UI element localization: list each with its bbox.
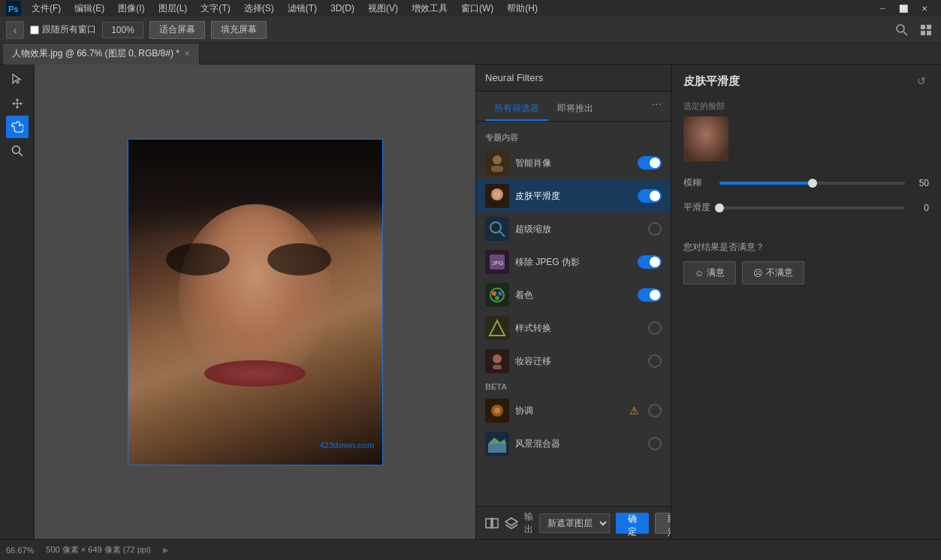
canvas-area[interactable]: 423down.com bbox=[35, 65, 475, 539]
right-panel-title: 皮肤平滑度 bbox=[683, 74, 914, 89]
menu-help[interactable]: 帮助(H) bbox=[501, 1, 544, 17]
neural-filters-title: Neural Filters bbox=[485, 72, 543, 83]
filter-colorize[interactable]: 着色 bbox=[476, 278, 671, 312]
face-preview-section: 选定的脸部 bbox=[671, 95, 941, 170]
zoom-tool[interactable] bbox=[6, 140, 29, 162]
filter-landscape-mixer[interactable]: 风景混合器 bbox=[476, 427, 671, 460]
right-panel-header: 皮肤平滑度 ↺ bbox=[671, 65, 941, 95]
colorize-label: 着色 bbox=[515, 289, 632, 302]
tab-all-filters[interactable]: 所有筛选器 bbox=[485, 98, 548, 121]
svg-line-3 bbox=[903, 32, 907, 35]
svg-rect-5 bbox=[927, 25, 931, 29]
smoothness-slider-track[interactable] bbox=[719, 206, 905, 209]
makeup-transfer-icon bbox=[485, 349, 509, 373]
menu-edit[interactable]: 编辑(E) bbox=[68, 1, 110, 17]
super-zoom-toggle[interactable] bbox=[648, 222, 662, 236]
colorize-toggle[interactable] bbox=[638, 288, 662, 302]
menu-view[interactable]: 视图(V) bbox=[362, 1, 404, 17]
svg-text:JPG: JPG bbox=[492, 260, 504, 266]
svg-point-19 bbox=[492, 291, 496, 296]
filter-jpeg-removal[interactable]: JPG 移除 JPEG 伪影 bbox=[476, 245, 671, 278]
svg-point-14 bbox=[490, 222, 501, 233]
move-tool[interactable] bbox=[6, 92, 29, 114]
layers-icon[interactable] bbox=[505, 514, 518, 532]
more-options-button[interactable]: ··· bbox=[652, 98, 662, 121]
tab-coming-soon[interactable]: 即将推出 bbox=[548, 98, 602, 121]
smoothness-slider-thumb[interactable] bbox=[715, 203, 724, 212]
menu-layer[interactable]: 图层(L) bbox=[152, 1, 194, 17]
document-tab[interactable]: 人物效果.jpg @ 66.7% (图层 0, RGB/8#) * ✕ bbox=[3, 44, 200, 65]
smart-portrait-icon bbox=[485, 151, 509, 175]
menu-3d[interactable]: 3D(D) bbox=[324, 2, 360, 15]
reset-button[interactable]: ↺ bbox=[914, 74, 929, 89]
satisfied-button[interactable]: ☺ 满意 bbox=[683, 261, 736, 285]
tab-close-button[interactable]: ✕ bbox=[184, 50, 190, 58]
style-transfer-icon bbox=[485, 316, 509, 340]
zoom-input[interactable]: 100% bbox=[102, 22, 143, 38]
fill-screen-button[interactable]: 填充屏幕 bbox=[211, 21, 267, 39]
filter-harmonize[interactable]: 协调 ⚠ bbox=[476, 394, 671, 427]
jpeg-removal-toggle[interactable] bbox=[638, 255, 662, 269]
scroll-all-checkbox[interactable]: 跟随所有窗口 bbox=[30, 23, 96, 36]
sliders-section: 模糊 50 平滑度 0 bbox=[671, 170, 941, 232]
unsatisfied-button[interactable]: ☹ 不满意 bbox=[742, 261, 804, 285]
filter-super-zoom[interactable]: 超级缩放 bbox=[476, 212, 671, 245]
tab-name: 人物效果.jpg @ 66.7% (图层 0, RGB/8#) * bbox=[12, 47, 179, 60]
skin-smoothing-icon bbox=[485, 184, 509, 208]
hand-tool[interactable] bbox=[6, 116, 29, 138]
blur-slider-track[interactable] bbox=[719, 182, 905, 185]
minimize-button[interactable]: ─ bbox=[872, 0, 893, 17]
beta-section-label: BETA bbox=[476, 378, 671, 394]
svg-point-8 bbox=[12, 146, 20, 154]
selection-tool[interactable] bbox=[6, 68, 29, 90]
menu-text[interactable]: 文字(T) bbox=[195, 1, 236, 17]
menu-image[interactable]: 图像(I) bbox=[112, 1, 150, 17]
harmonize-icon bbox=[485, 399, 509, 423]
filter-smart-portrait[interactable]: 智能肖像 bbox=[476, 146, 671, 179]
layout-button[interactable] bbox=[917, 21, 935, 39]
landscape-mixer-label: 风景混合器 bbox=[515, 438, 642, 450]
svg-rect-28 bbox=[493, 519, 498, 528]
svg-rect-11 bbox=[491, 166, 503, 172]
filter-style-transfer[interactable]: 样式转换 bbox=[476, 312, 671, 345]
menu-plugins[interactable]: 增效工具 bbox=[406, 1, 454, 17]
fit-screen-button[interactable]: 适合屏幕 bbox=[149, 21, 205, 39]
filter-skin-smoothing[interactable]: 皮肤平滑度 bbox=[476, 179, 671, 212]
menubar: Ps 文件(F) 编辑(E) 图像(I) 图层(L) 文字(T) 选择(S) 滤… bbox=[0, 0, 941, 17]
skin-smoothing-toggle[interactable] bbox=[638, 189, 662, 203]
confirm-button[interactable]: 确定 bbox=[616, 513, 649, 534]
menu-select[interactable]: 选择(S) bbox=[238, 1, 280, 17]
status-arrow-icon: ▶ bbox=[163, 546, 169, 554]
jpeg-removal-icon: JPG bbox=[485, 250, 509, 274]
smart-portrait-toggle[interactable] bbox=[638, 156, 662, 170]
makeup-transfer-label: 妆容迁移 bbox=[515, 355, 642, 368]
svg-rect-27 bbox=[486, 519, 491, 528]
close-button[interactable]: ✕ bbox=[914, 0, 935, 17]
smart-portrait-label: 智能肖像 bbox=[515, 157, 632, 170]
filter-makeup-transfer[interactable]: 妆容迁移 bbox=[476, 345, 671, 378]
style-transfer-toggle[interactable] bbox=[648, 321, 662, 335]
menu-window[interactable]: 窗口(W) bbox=[455, 1, 499, 17]
svg-line-15 bbox=[499, 231, 505, 236]
back-button[interactable]: ‹ bbox=[6, 21, 24, 39]
menu-filter[interactable]: 滤镜(T) bbox=[282, 1, 323, 17]
output-label: 输出 bbox=[524, 510, 533, 536]
svg-point-22 bbox=[493, 354, 502, 363]
watermark: 423down.com bbox=[320, 441, 375, 450]
status-size: 500 像素 × 649 像素 (72 ppi) bbox=[46, 544, 151, 555]
tabbar: 人物效果.jpg @ 66.7% (图层 0, RGB/8#) * ✕ bbox=[0, 44, 941, 65]
menu-file[interactable]: 文件(F) bbox=[26, 1, 67, 17]
compare-icon[interactable] bbox=[485, 514, 499, 532]
output-select[interactable]: 新遮罩图层 当前图层 新图层 智能滤镜 bbox=[539, 513, 610, 533]
svg-point-25 bbox=[494, 408, 500, 414]
blur-value: 50 bbox=[911, 178, 929, 188]
harmonize-toggle[interactable] bbox=[648, 404, 662, 417]
search-button[interactable] bbox=[893, 21, 911, 39]
landscape-mixer-toggle[interactable] bbox=[648, 437, 662, 450]
blur-slider-thumb[interactable] bbox=[808, 179, 817, 188]
satisfied-icon: ☺ bbox=[695, 268, 704, 278]
maximize-button[interactable]: ⬜ bbox=[893, 0, 914, 17]
makeup-transfer-toggle[interactable] bbox=[648, 354, 662, 368]
svg-rect-6 bbox=[921, 31, 925, 35]
smoothness-label: 平滑度 bbox=[683, 201, 713, 214]
